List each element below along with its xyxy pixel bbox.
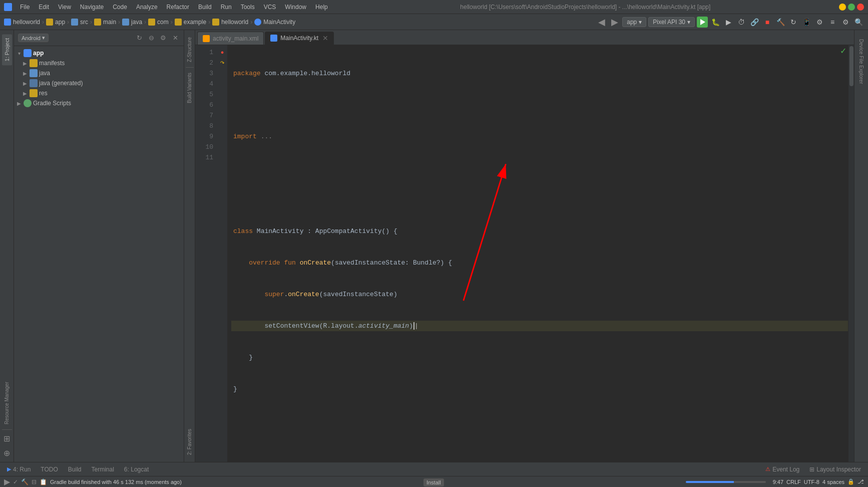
- line-num-9: 9: [199, 131, 213, 142]
- menu-refactor[interactable]: Refactor: [163, 3, 193, 12]
- menu-vcs[interactable]: VCS: [260, 3, 280, 12]
- breadcrumb-mainactivity[interactable]: MainActivity: [263, 19, 295, 26]
- run-tab-icon: ▶: [7, 466, 11, 472]
- bottom-tab-logcat[interactable]: 6: Logcat: [121, 465, 152, 474]
- line-num-8: 8: [199, 121, 213, 131]
- close-button[interactable]: [857, 4, 864, 11]
- breadcrumb-app[interactable]: app: [55, 19, 65, 26]
- status-time: 9:47: [773, 479, 783, 485]
- breadcrumb-java[interactable]: java: [131, 19, 142, 26]
- tab-close-button[interactable]: ✕: [322, 35, 328, 42]
- breadcrumb-example-label: example: [184, 19, 206, 26]
- tree-item-gradle[interactable]: ▶ Gradle Scripts: [14, 98, 184, 108]
- breadcrumb-sep-8: ›: [250, 19, 252, 26]
- status-indentation[interactable]: 4 spaces: [822, 479, 844, 485]
- bottom-tabs-bar: ▶ 4: Run TODO Build Terminal 6: Logcat ⚠…: [0, 462, 868, 476]
- tree-item-manifests[interactable]: ▶ manifests: [14, 58, 184, 68]
- breadcrumb-main[interactable]: main: [103, 19, 116, 26]
- bottom-tab-run[interactable]: ▶ 4: Run: [4, 465, 34, 474]
- vertical-scrollbar[interactable]: [848, 45, 854, 462]
- menu-code[interactable]: Code: [109, 3, 131, 12]
- menu-navigate[interactable]: Navigate: [76, 3, 108, 12]
- panel-collapse-icon[interactable]: ⊖: [147, 34, 156, 43]
- code-content[interactable]: package com.example.helloworld import ..…: [227, 45, 854, 462]
- stop-button[interactable]: ■: [762, 17, 773, 28]
- breadcrumb-example[interactable]: example: [184, 19, 206, 26]
- sync-button[interactable]: ↻: [788, 17, 799, 28]
- bottom-tab-todo[interactable]: TODO: [38, 465, 61, 474]
- z-structure-tab[interactable]: Z-Structure: [185, 34, 194, 65]
- toolbar-right: ◀ ▶ app ▾ Pixel API 30 ▾ 🐛 ▶ ⏱ 🔗 ■ 🔨 ↻ 📱…: [596, 16, 864, 29]
- tree-item-java-generated[interactable]: ▶ java (generated): [14, 78, 184, 88]
- bottom-tab-build[interactable]: Build: [65, 465, 85, 474]
- menu-tools[interactable]: Tools: [237, 3, 259, 12]
- tree-item-java[interactable]: ▶ java: [14, 68, 184, 78]
- breadcrumb-com[interactable]: com: [157, 19, 169, 26]
- marker-7: ↷: [217, 58, 227, 68]
- attach-debugger-button[interactable]: 🔗: [749, 17, 760, 28]
- add-icon[interactable]: ⊕: [2, 446, 12, 460]
- structure-icon[interactable]: ⊞: [2, 432, 12, 445]
- editor-status-icon: ✓: [840, 46, 848, 56]
- build-variants-tab[interactable]: Build Variants: [185, 70, 194, 106]
- menu-help[interactable]: Help: [311, 3, 332, 12]
- device-file-explorer-tab[interactable]: Device File Explorer: [857, 36, 865, 87]
- panel-sync-icon[interactable]: ↻: [135, 34, 144, 43]
- nav-back-button[interactable]: ◀: [596, 16, 607, 29]
- code-line-2: [231, 100, 854, 110]
- java-gen-folder-icon: [30, 79, 38, 87]
- breadcrumb-sep-6: ›: [171, 19, 173, 26]
- menu-run[interactable]: Run: [217, 3, 236, 12]
- structure-button[interactable]: ≡: [827, 17, 838, 28]
- run-with-coverage-button[interactable]: ▶: [723, 17, 734, 28]
- menu-view[interactable]: View: [54, 3, 75, 12]
- resource-manager-tab[interactable]: Resource Manager: [3, 379, 11, 427]
- breadcrumb-helloworld[interactable]: helloworld: [221, 19, 248, 26]
- menu-window[interactable]: Window: [281, 3, 310, 12]
- install-button[interactable]: Install: [420, 478, 447, 486]
- run-tab-label: 4: Run: [13, 466, 31, 473]
- tree-item-app[interactable]: ▾ app: [14, 48, 184, 58]
- tab-activity-main[interactable]: activity_main.xml: [197, 32, 264, 45]
- favorites-tab[interactable]: 2: Favorites: [185, 426, 194, 458]
- status-encoding[interactable]: UTF-8: [804, 479, 819, 485]
- layout-inspector-tab[interactable]: ⊞ Layout Inspector: [806, 465, 864, 474]
- app-icon: [4, 3, 12, 11]
- menu-edit[interactable]: Edit: [35, 3, 53, 12]
- settings-button[interactable]: ⚙: [840, 17, 851, 28]
- window-title: helloworld [C:\Users\soft\AndroidStudioP…: [336, 4, 835, 11]
- menu-file[interactable]: File: [16, 3, 34, 12]
- profile-button[interactable]: ⏱: [736, 17, 747, 28]
- build-button[interactable]: 🔨: [775, 17, 786, 28]
- marker-6: ●: [217, 47, 227, 58]
- menu-build[interactable]: Build: [194, 3, 216, 12]
- code-scroll-area[interactable]: 1 2 3 4 5 6 7 8 9 10 11: [195, 45, 854, 462]
- avd-manager-button[interactable]: 📱: [801, 17, 812, 28]
- breadcrumb-src[interactable]: src: [80, 19, 88, 26]
- status-line-ending[interactable]: CRLF: [786, 479, 801, 485]
- panel-settings-icon[interactable]: ⚙: [159, 34, 168, 43]
- run-button[interactable]: [697, 17, 708, 28]
- res-folder-icon: [30, 89, 38, 97]
- manifests-folder-icon: [30, 59, 38, 67]
- breadcrumb-mainactivity-label: MainActivity: [263, 19, 295, 26]
- app-config-dropdown[interactable]: app ▾: [622, 17, 646, 27]
- nav-forward-button[interactable]: ▶: [609, 16, 620, 29]
- breadcrumb-project[interactable]: helloworld: [13, 19, 40, 26]
- search-button[interactable]: 🔍: [853, 17, 864, 28]
- android-view-dropdown[interactable]: Android ▾: [18, 34, 49, 42]
- device-dropdown[interactable]: Pixel API 30 ▾: [648, 17, 695, 27]
- project-tool-tab[interactable]: 1: Project: [2, 34, 12, 65]
- sdk-manager-button[interactable]: ⚙: [814, 17, 825, 28]
- maximize-button[interactable]: [848, 4, 855, 11]
- tree-item-res[interactable]: ▶ res: [14, 88, 184, 98]
- tab-main-activity[interactable]: MainActivity.kt ✕: [265, 32, 334, 45]
- tab-activity-main-label: activity_main.xml: [213, 35, 258, 42]
- menu-analyze[interactable]: Analyze: [132, 3, 162, 12]
- bottom-tab-terminal[interactable]: Terminal: [89, 465, 117, 474]
- minimize-button[interactable]: [839, 4, 846, 11]
- debug-button[interactable]: 🐛: [710, 17, 721, 28]
- panel-close-icon[interactable]: ✕: [171, 34, 180, 43]
- event-log-tab[interactable]: ⚠ Event Log: [762, 465, 802, 474]
- scrollbar-thumb[interactable]: [849, 46, 853, 86]
